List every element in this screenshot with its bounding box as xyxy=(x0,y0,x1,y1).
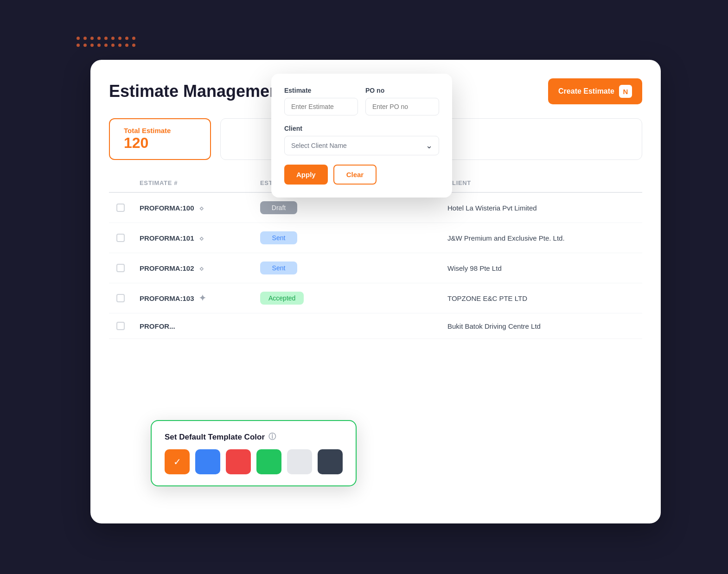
client-name-2: J&W Premium and Exclusive Pte. Ltd. xyxy=(447,234,635,242)
diamond-icon-1: ⬦ xyxy=(199,203,204,213)
color-swatch-red[interactable] xyxy=(226,449,251,474)
row-checkbox-3[interactable] xyxy=(116,264,140,272)
po-no-label: PO no xyxy=(365,87,439,94)
col-checkbox xyxy=(116,179,140,186)
diamond-icon-4: ✦ xyxy=(199,293,206,303)
estimate-input[interactable] xyxy=(284,98,358,115)
estimate-label: Estimate xyxy=(284,87,358,94)
po-no-input[interactable] xyxy=(365,98,439,115)
filter-top-row: Estimate PO no xyxy=(284,87,439,115)
page-title: Estimate Management xyxy=(109,82,285,101)
status-badge-3: Sent xyxy=(260,261,297,274)
diamond-icon-2: ⬦ xyxy=(199,233,204,243)
estimate-id-2: PROFORMA:101 ⬦ xyxy=(140,233,260,243)
total-estimate-value: 120 xyxy=(124,134,196,152)
client-name-1: Hotel La Wisteria Pvt Limited xyxy=(447,204,635,212)
client-select-wrapper: Select Client Name ⌄ xyxy=(284,136,439,155)
po-no-field: PO no xyxy=(365,87,439,115)
template-popup-title: Set Default Template Color ⓘ xyxy=(165,432,343,442)
n-badge: N xyxy=(619,85,632,98)
status-cell-4: Accepted xyxy=(260,292,447,305)
table-row: PROFORMA:103 ✦ Accepted TOPZONE E&C PTE … xyxy=(109,283,642,313)
create-estimate-label: Create Estimate xyxy=(558,87,614,96)
info-icon: ⓘ xyxy=(268,432,276,442)
col-client: CLIENT xyxy=(447,179,635,186)
status-badge-2: Sent xyxy=(260,231,297,244)
client-label: Client xyxy=(284,125,439,132)
row-checkbox-4[interactable] xyxy=(116,294,140,302)
color-swatch-dark[interactable] xyxy=(318,449,343,474)
total-estimate-label: Total Estimate xyxy=(124,127,196,134)
diamond-icon-3: ⬦ xyxy=(199,263,204,273)
row-checkbox-1[interactable] xyxy=(116,204,140,212)
clear-button[interactable]: Clear xyxy=(333,165,377,185)
color-swatch-green[interactable] xyxy=(256,449,281,474)
table-row: PROFOR... Bukit Batok Driving Centre Ltd xyxy=(109,313,642,339)
client-filter-section: Client Select Client Name ⌄ xyxy=(284,125,439,155)
client-name-3: Wisely 98 Pte Ltd xyxy=(447,264,635,272)
status-cell-2: Sent xyxy=(260,231,447,244)
status-badge-1: Draft xyxy=(260,201,297,214)
estimate-id-5: PROFOR... xyxy=(140,322,260,330)
estimate-field: Estimate xyxy=(284,87,358,115)
col-estimate: ESTIMATE # xyxy=(140,179,260,186)
color-swatch-blue[interactable] xyxy=(195,449,220,474)
estimate-id-3: PROFORMA:102 ⬦ xyxy=(140,263,260,273)
color-swatch-gray[interactable] xyxy=(287,449,312,474)
dots-top-left xyxy=(77,37,135,47)
client-name-4: TOPZONE E&C PTE LTD xyxy=(447,294,635,302)
status-cell-1: Draft xyxy=(260,201,447,214)
main-card: Estimate Management Create Estimate N To… xyxy=(90,60,661,523)
apply-button[interactable]: Apply xyxy=(284,165,328,185)
client-select[interactable]: Select Client Name xyxy=(284,136,439,155)
status-cell-3: Sent xyxy=(260,261,447,274)
table-row: PROFORMA:102 ⬦ Sent Wisely 98 Pte Ltd xyxy=(109,253,642,283)
filter-popup: Estimate PO no Client Select Client Name… xyxy=(271,74,452,198)
status-badge-4: Accepted xyxy=(260,292,304,305)
color-options: ✓ xyxy=(165,449,343,474)
estimate-id-1: PROFORMA:100 ⬦ xyxy=(140,203,260,213)
color-swatch-orange[interactable]: ✓ xyxy=(165,449,190,474)
estimate-id-4: PROFORMA:103 ✦ xyxy=(140,293,260,303)
filter-buttons: Apply Clear xyxy=(284,165,439,185)
client-name-5: Bukit Batok Driving Centre Ltd xyxy=(447,322,635,330)
estimates-table: ESTIMATE # ESTIMATE STATUS CLIENT PROFOR… xyxy=(109,174,642,339)
outer-container: Estimate Management Create Estimate N To… xyxy=(63,32,665,542)
template-color-popup: Set Default Template Color ⓘ ✓ xyxy=(151,420,357,486)
create-estimate-button[interactable]: Create Estimate N xyxy=(548,78,642,104)
table-row: PROFORMA:101 ⬦ Sent J&W Premium and Excl… xyxy=(109,223,642,253)
row-checkbox-5[interactable] xyxy=(116,322,140,330)
row-checkbox-2[interactable] xyxy=(116,234,140,242)
total-estimate-card: Total Estimate 120 xyxy=(109,118,211,160)
